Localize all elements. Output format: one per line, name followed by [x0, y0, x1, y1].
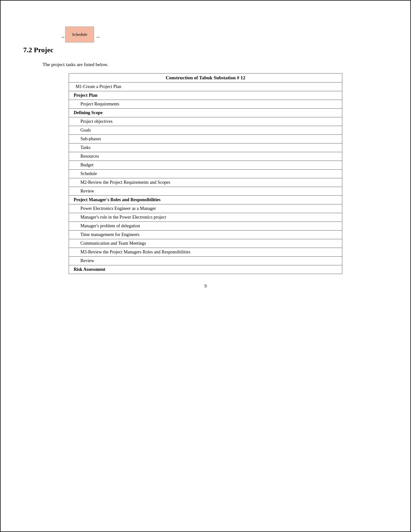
table-row: Power Electronics Engineer as a Manager	[69, 204, 342, 213]
diagram-area: → Schedule → 7.2 Projec	[23, 20, 388, 59]
table-cell: Defining Scope	[69, 109, 342, 117]
table-cell: Project Requirements	[69, 100, 342, 109]
arrow-right-icon: →	[95, 34, 101, 41]
table-row: Construction of Tabuk Substation # 12	[69, 74, 342, 83]
table-row: Resources	[69, 152, 342, 161]
table-cell: Project Plan	[69, 91, 342, 100]
table-row: Defining Scope	[69, 109, 342, 117]
table-row: Manager's problem of delegation	[69, 222, 342, 231]
table-row: Project Requirements	[69, 100, 342, 109]
table-cell: Power Electronics Engineer as a Manager	[69, 204, 342, 213]
table-cell: Budget	[69, 161, 342, 170]
page-number: 9	[23, 284, 388, 289]
table-cell: Manager's role in the Power Electronics …	[69, 213, 342, 222]
table-cell: Review	[69, 187, 342, 196]
table-row: Project Manager's Roles and Responsibili…	[69, 196, 342, 204]
table-row: Tasks	[69, 143, 342, 152]
table-cell: Time management for Engineers	[69, 231, 342, 239]
intro-paragraph: The project tasks are listed below.	[23, 62, 388, 67]
table-cell: Manager's problem of delegation	[69, 222, 342, 231]
table-cell: Risk Assessment	[69, 265, 342, 274]
table-row: M3-Review the Project Managers Roles and…	[69, 248, 342, 257]
section-heading: 7.2 Projec	[23, 46, 54, 54]
schedule-box: Schedule	[65, 26, 94, 43]
table-row: Review	[69, 257, 342, 265]
table-row: Risk Assessment	[69, 265, 342, 274]
table-row: Time management for Engineers	[69, 231, 342, 239]
table-row: Schedule	[69, 170, 342, 178]
table-cell: M2-Review the Project Requirements and S…	[69, 178, 342, 187]
table-cell: Communication and Team Meetings	[69, 239, 342, 248]
table-cell: Sub-phases	[69, 135, 342, 143]
table-cell: Review	[69, 257, 342, 265]
table-row: Budget	[69, 161, 342, 170]
wbs-table: Construction of Tabuk Substation # 12M1-…	[69, 73, 342, 274]
table-cell: Construction of Tabuk Substation # 12	[69, 74, 342, 83]
table-cell: Resources	[69, 152, 342, 161]
table-row: Sub-phases	[69, 135, 342, 143]
table-cell: Goals	[69, 126, 342, 135]
table-row: Manager's role in the Power Electronics …	[69, 213, 342, 222]
table-cell: M1-Create a Project Plan	[69, 83, 342, 91]
table-row: Communication and Team Meetings	[69, 239, 342, 248]
table-row: M2-Review the Project Requirements and S…	[69, 178, 342, 187]
schedule-label: Schedule	[72, 32, 87, 37]
table-row: Review	[69, 187, 342, 196]
table-cell: M3-Review the Project Managers Roles and…	[69, 248, 342, 257]
table-row: Goals	[69, 126, 342, 135]
table-row: M1-Create a Project Plan	[69, 83, 342, 91]
table-cell: Tasks	[69, 143, 342, 152]
table-cell: Project objectives	[69, 117, 342, 126]
arrow-left-icon: →	[60, 34, 65, 41]
page: → Schedule → 7.2 Projec The project task…	[0, 0, 411, 532]
table-cell: Project Manager's Roles and Responsibili…	[69, 196, 342, 204]
table-row: Project objectives	[69, 117, 342, 126]
table-row: Project Plan	[69, 91, 342, 100]
table-cell: Schedule	[69, 170, 342, 178]
